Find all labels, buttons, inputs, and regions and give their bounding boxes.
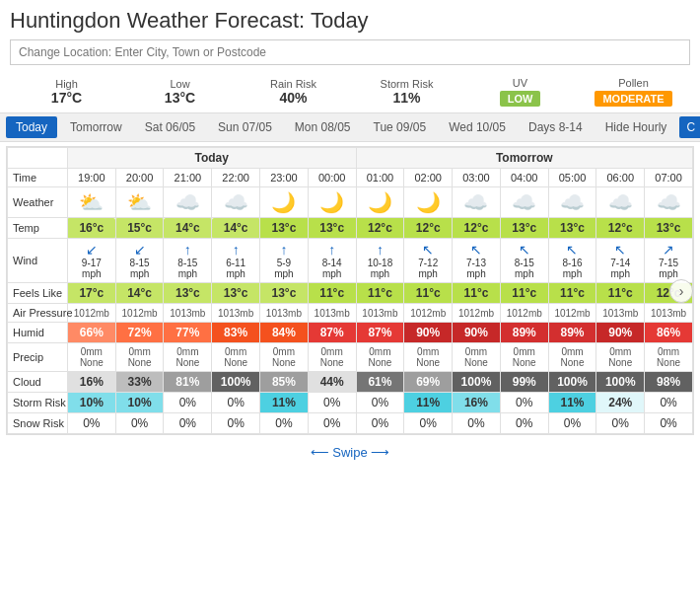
temp-cell: 14°c: [212, 218, 260, 239]
wind-cell: ↑5-9mph: [260, 239, 309, 283]
summary-bar: High 17°C Low 13°C Rain Risk 40% Storm R…: [0, 73, 700, 112]
storm-cell: 11%: [404, 393, 453, 413]
humid-cell: 90%: [404, 323, 453, 343]
storm-risk-label: Storm Risk: [8, 393, 68, 413]
precip-row: Precip 0mmNone 0mmNone 0mmNone 0mmNone 0…: [8, 343, 693, 372]
tab-hide-hourly[interactable]: Hide Hourly: [595, 116, 677, 138]
snow-risk-label: Snow Risk: [8, 413, 68, 434]
rain-summary: Rain Risk 40%: [237, 78, 350, 106]
location-input[interactable]: [10, 39, 690, 65]
weather-icon-cell: ☁️: [596, 187, 645, 218]
wind-row: Wind ↙9-17mph ↙8-15mph ↑8-15mph ↑6-11mph…: [8, 239, 693, 283]
snow-cell: 0%: [404, 413, 453, 434]
high-summary: High 17°C: [10, 78, 123, 106]
time-cell: 05:00: [548, 169, 596, 187]
wind-cell: ↑6-11mph: [212, 239, 260, 283]
low-summary: Low 13°C: [123, 78, 237, 106]
pressure-cell: 1013mb: [308, 304, 356, 323]
pressure-cell: 1013mb: [164, 304, 212, 323]
humid-cell: 89%: [548, 323, 596, 343]
today-section-header: Today: [67, 148, 356, 169]
tab-sat[interactable]: Sat 06/05: [135, 116, 205, 138]
cloud-cell: 100%: [453, 372, 501, 393]
precip-cell: 0mmNone: [260, 343, 309, 372]
weather-icon-cell: ☁️: [500, 187, 548, 218]
section-header-row: Today Tomorrow: [8, 148, 693, 169]
temp-cell: 14°c: [164, 218, 212, 239]
humid-cell: 83%: [212, 323, 260, 343]
cloud-cell: 61%: [356, 372, 404, 393]
time-cell: 04:00: [500, 169, 548, 187]
precip-label: Precip: [8, 343, 68, 372]
humid-row: Humid 66% 72% 77% 83% 84% 87% 87% 90% 90…: [8, 323, 693, 343]
cloud-cell: 99%: [500, 372, 548, 393]
humid-label: Humid: [8, 323, 68, 343]
humid-cell: 77%: [164, 323, 212, 343]
cloud-cell: 16%: [67, 372, 115, 393]
temp-cell: 12°c: [453, 218, 501, 239]
time-cell: 20:00: [115, 169, 164, 187]
time-cell: 03:00: [453, 169, 501, 187]
precip-cell: 0mmNone: [404, 343, 453, 372]
pressure-row: Air Pressure 1012mb 1012mb 1013mb 1013mb…: [8, 304, 693, 323]
weather-icon-cell: 🌙: [308, 187, 356, 218]
temp-cell: 12°c: [596, 218, 645, 239]
cloud-cell: 69%: [404, 372, 453, 393]
tab-c[interactable]: C: [679, 116, 700, 138]
forecast-table: Today Tomorrow Time 19:00 20:00 21:00 22…: [7, 147, 693, 434]
wind-cell: ↖8-15mph: [500, 239, 548, 283]
time-cell: 23:00: [260, 169, 309, 187]
temp-cell: 13°c: [548, 218, 596, 239]
cloud-cell: 85%: [260, 372, 309, 393]
storm-cell: 10%: [115, 393, 164, 413]
storm-summary: Storm Risk 11%: [350, 78, 463, 106]
temp-cell: 15°c: [115, 218, 164, 239]
temp-cell: 13°c: [500, 218, 548, 239]
snow-cell: 0%: [548, 413, 596, 434]
tab-tue[interactable]: Tue 09/05: [364, 116, 437, 138]
tab-sun[interactable]: Sun 07/05: [208, 116, 282, 138]
wind-label: Wind: [8, 239, 68, 283]
time-cell: 19:00: [67, 169, 115, 187]
weather-icon-cell: 🌙: [260, 187, 309, 218]
tab-wed[interactable]: Wed 10/05: [439, 116, 516, 138]
time-cell: 07:00: [645, 169, 693, 187]
cloud-cell: 98%: [645, 372, 693, 393]
snow-cell: 0%: [115, 413, 164, 434]
humid-cell: 90%: [453, 323, 501, 343]
storm-cell: 11%: [548, 393, 596, 413]
weather-icon-cell: ⛅: [67, 187, 115, 218]
cloud-cell: 33%: [115, 372, 164, 393]
weather-icon-cell: ☁️: [453, 187, 501, 218]
feels-cell: 11°c: [453, 283, 501, 304]
temp-cell: 12°c: [356, 218, 404, 239]
storm-cell: 0%: [212, 393, 260, 413]
wind-cell: ↖7-13mph: [453, 239, 501, 283]
tab-days[interactable]: Days 8-14: [519, 116, 593, 138]
storm-cell: 0%: [500, 393, 548, 413]
feels-cell: 11°c: [596, 283, 645, 304]
storm-cell: 10%: [67, 393, 115, 413]
precip-cell: 0mmNone: [453, 343, 501, 372]
cloud-row: Cloud 16% 33% 81% 100% 85% 44% 61% 69% 1…: [8, 372, 693, 393]
nav-tabs: Today Tomorrow Sat 06/05 Sun 07/05 Mon 0…: [0, 112, 700, 142]
storm-cell: 0%: [164, 393, 212, 413]
precip-cell: 0mmNone: [115, 343, 164, 372]
page-title: Huntingdon Weather Forecast: Today: [0, 0, 700, 39]
humid-cell: 84%: [260, 323, 309, 343]
wind-cell: ↑8-15mph: [164, 239, 212, 283]
tab-tomorrow[interactable]: Tomorrow: [60, 116, 132, 138]
storm-cell: 11%: [260, 393, 309, 413]
pressure-label: Air Pressure: [8, 304, 68, 323]
next-button[interactable]: ›: [669, 279, 693, 303]
snow-cell: 0%: [164, 413, 212, 434]
tab-mon[interactable]: Mon 08/05: [285, 116, 361, 138]
time-cell: 06:00: [596, 169, 645, 187]
weather-icon-cell: ☁️: [164, 187, 212, 218]
humid-cell: 72%: [115, 323, 164, 343]
precip-cell: 0mmNone: [500, 343, 548, 372]
uv-summary: UV LOW: [463, 77, 577, 107]
temp-cell: 13°c: [260, 218, 309, 239]
tab-today[interactable]: Today: [6, 116, 57, 138]
cloud-label: Cloud: [8, 372, 68, 393]
